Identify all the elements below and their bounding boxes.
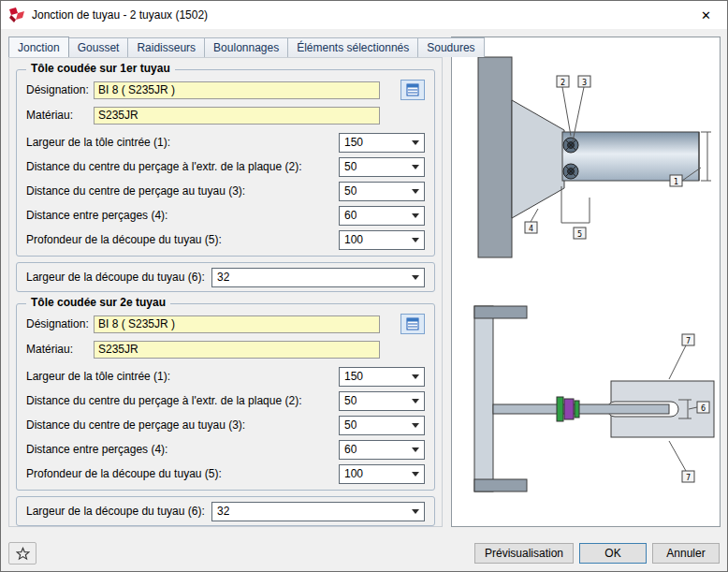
param-combobox[interactable]: 32 [211, 502, 425, 521]
param-row: Profondeur de la découpe du tuyau (5): 1… [24, 227, 427, 252]
param-combobox[interactable]: 50 [339, 182, 425, 201]
combo-value: 50 [344, 394, 357, 407]
param-label: Largeur de la tôle cintrée (1): [26, 370, 170, 383]
chevron-down-icon [412, 189, 419, 194]
combo-value: 60 [344, 443, 357, 456]
combo-value: 150 [344, 370, 363, 383]
param-combobox[interactable]: 50 [339, 157, 425, 177]
tab-page-jonction: Tôle coudée sur 1er tuyau Désignation: B… [8, 57, 443, 527]
param-label: Profondeur de la découpe du tuyau (5): [26, 467, 222, 480]
cancel-button[interactable]: Annuler [652, 543, 720, 564]
param-combobox[interactable]: 100 [339, 464, 425, 484]
param-combobox[interactable]: 50 [339, 391, 425, 411]
param-row: Distance du centre du perçage à l'extr. … [24, 154, 427, 179]
param-label: Distance du centre du perçage à l'extr. … [26, 160, 301, 173]
param-label: Distance entre perçages (4): [26, 443, 167, 456]
param-combobox[interactable]: 100 [339, 230, 425, 250]
param-row: Largeur de la découpe du tuyau (6): 32 [24, 267, 427, 287]
chevron-down-icon [412, 140, 419, 145]
group-plate-pipe1: Tôle coudée sur 1er tuyau Désignation: B… [16, 69, 435, 257]
material-field[interactable]: S235JR [94, 107, 380, 125]
chevron-down-icon [412, 472, 419, 477]
material-label: Matériau: [26, 343, 94, 356]
chevron-down-icon [412, 213, 419, 218]
designation-field[interactable]: BI 8 ( S235JR ) [94, 81, 380, 99]
designation-label: Désignation: [26, 317, 94, 330]
param-combobox[interactable]: 32 [211, 268, 425, 287]
close-button[interactable]: ✕ [685, 1, 727, 29]
tab-jonction[interactable]: Jonction [8, 37, 69, 57]
group-title: Tôle coudée sur 2e tuyau [26, 296, 170, 309]
callout-label: 2 [561, 79, 565, 87]
param-label: Largeur de la tôle cintrée (1): [26, 136, 170, 149]
combo-value: 32 [217, 271, 229, 284]
param-label: Profondeur de la découpe du tuyau (5): [26, 233, 222, 246]
preview-panel: 2 3 1 4 5 [451, 37, 721, 527]
param-combobox[interactable]: 60 [339, 440, 425, 460]
param-label: Distance du centre de perçage au tuyau (… [26, 418, 245, 432]
param-row: Largeur de la tôle cintrée (1): 150 [24, 130, 427, 154]
star-icon [16, 547, 30, 561]
param-row: Largeur de la tôle cintrée (1): 150 [24, 364, 427, 389]
param-combobox[interactable]: 150 [339, 367, 425, 387]
param-row: Distance entre perçages (4): 60 [24, 203, 427, 227]
chevron-down-icon [412, 399, 419, 403]
callout-label: 6 [701, 404, 706, 413]
tab-elements-selectionnes[interactable]: Éléments sélectionnés [287, 37, 418, 57]
chevron-down-icon [412, 165, 419, 169]
profile-catalog-button[interactable] [400, 80, 425, 100]
callout-label: 7 [686, 337, 691, 345]
chevron-down-icon [412, 374, 419, 379]
param-row: Largeur de la découpe du tuyau (6): 32 [24, 501, 427, 521]
designation-label: Désignation: [26, 83, 94, 96]
window-title: Jonction de tuyau - 2 tuyaux (1502) [32, 8, 208, 22]
spacer [400, 339, 425, 359]
tab-boulonnages[interactable]: Boulonnages [204, 37, 288, 57]
catalog-icon [406, 83, 419, 96]
designation-row: Désignation: BI 8 ( S235JR ) [24, 80, 427, 100]
param-label: Distance du centre du perçage à l'extr. … [26, 394, 301, 407]
chevron-down-icon [412, 275, 419, 280]
param-combobox[interactable]: 60 [339, 206, 425, 226]
combo-value: 100 [344, 467, 363, 480]
ok-button[interactable]: OK [579, 543, 647, 564]
tab-strip: Jonction Gousset Raidisseurs Boulonnages… [8, 37, 484, 57]
combo-value: 50 [344, 160, 357, 173]
catalog-icon [406, 317, 419, 330]
chevron-down-icon [412, 447, 419, 452]
param-combobox[interactable]: 50 [339, 416, 425, 435]
combo-value: 100 [344, 233, 363, 246]
app-icon [8, 7, 25, 23]
combo-value: 60 [344, 209, 357, 222]
param-row: Distance du centre de perçage au tuyau (… [24, 179, 427, 203]
spacer [400, 105, 425, 125]
dialog-window: Jonction de tuyau - 2 tuyaux (1502) ✕ Jo… [0, 0, 728, 572]
favorites-button[interactable] [8, 542, 36, 565]
param-label: Distance du centre de perçage au tuyau (… [26, 184, 245, 198]
profile-catalog-button[interactable] [400, 314, 425, 334]
chevron-down-icon [412, 238, 419, 242]
material-field[interactable]: S235JR [94, 341, 380, 359]
combo-value: 50 [344, 418, 357, 432]
param-label: Largeur de la découpe du tuyau (6): [26, 271, 205, 284]
material-row: Matériau: S235JR [24, 339, 427, 359]
tab-raidisseurs[interactable]: Raidisseurs [127, 37, 205, 57]
designation-field[interactable]: BI 8 ( S235JR ) [94, 315, 380, 333]
callout-label: 3 [582, 79, 587, 87]
chevron-down-icon [412, 509, 419, 514]
param-combobox[interactable]: 150 [339, 133, 425, 153]
cut-width-box-pipe2: Largeur de la découpe du tuyau (6): 32 [16, 496, 435, 526]
combo-value: 50 [344, 184, 357, 198]
designation-row: Désignation: BI 8 ( S235JR ) [24, 314, 427, 334]
param-label: Distance entre perçages (4): [26, 209, 167, 222]
tab-soudures[interactable]: Soudures [417, 37, 484, 57]
tab-gousset[interactable]: Gousset [68, 37, 129, 57]
cut-width-box-pipe1: Largeur de la découpe du tuyau (6): 32 [16, 262, 435, 292]
preview-drawing: 2 3 1 4 5 [452, 38, 720, 525]
group-title: Tôle coudée sur 1er tuyau [26, 62, 175, 75]
callout-label: 7 [686, 474, 691, 482]
combo-value: 32 [217, 505, 229, 518]
param-row: Distance du centre de perçage au tuyau (… [24, 413, 427, 437]
param-row: Distance du centre du perçage à l'extr. … [24, 389, 427, 413]
preview-button[interactable]: Prévisualisation [474, 543, 574, 564]
